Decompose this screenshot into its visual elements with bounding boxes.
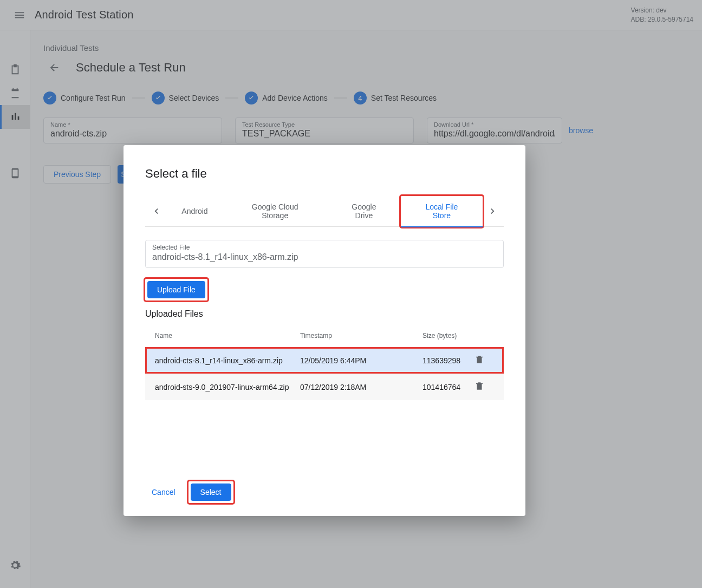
dialog-title: Select a file	[145, 167, 504, 181]
tabs-next-button[interactable]	[483, 200, 504, 222]
dialog-actions: Cancel Select	[145, 481, 504, 503]
tabs-prev-button[interactable]	[145, 200, 166, 222]
delete-file-button[interactable]	[474, 381, 484, 393]
delete-icon	[474, 355, 484, 364]
file-name-cell: android-sts-9.0_201907-linux-arm64.zip	[155, 383, 300, 391]
tab-drive[interactable]: Google Drive	[327, 196, 401, 226]
file-timestamp-cell: 07/12/2019 2:18AM	[300, 383, 422, 391]
col-header-name: Name	[155, 332, 300, 339]
file-name-cell: android-cts-8.1_r14-linux_x86-arm.zip	[155, 356, 300, 365]
col-header-timestamp: Timestamp	[300, 332, 422, 339]
chevron-left-icon	[151, 206, 161, 217]
field-label: Selected File	[152, 244, 497, 251]
select-file-dialog: Select a file Android Google Cloud Stora…	[123, 145, 525, 516]
tab-android[interactable]: Android	[166, 200, 223, 222]
file-size-cell: 113639298	[422, 356, 471, 365]
file-timestamp-cell: 12/05/2019 6:44PM	[300, 356, 422, 365]
file-source-tabs: Android Google Cloud Storage Google Driv…	[145, 196, 504, 227]
table-row[interactable]: android-cts-8.1_r14-linux_x86-arm.zip 12…	[145, 347, 504, 374]
col-header-size: Size (bytes)	[422, 332, 471, 339]
delete-icon	[474, 381, 484, 391]
file-size-cell: 101416764	[422, 383, 471, 391]
delete-file-button[interactable]	[474, 355, 484, 366]
uploaded-files-table: Name Timestamp Size (bytes) android-cts-…	[145, 324, 504, 400]
chevron-right-icon	[487, 206, 498, 217]
table-header-row: Name Timestamp Size (bytes)	[145, 324, 504, 347]
upload-file-button[interactable]: Upload File	[147, 281, 205, 298]
table-row[interactable]: android-sts-9.0_201907-linux-arm64.zip 0…	[145, 374, 504, 400]
select-button[interactable]: Select	[191, 484, 231, 501]
tab-gcs[interactable]: Google Cloud Storage	[223, 196, 327, 226]
tab-local-file-store[interactable]: Local File Store	[401, 196, 483, 227]
selected-file-value: android-cts-8.1_r14-linux_x86-arm.zip	[152, 252, 497, 262]
uploaded-files-heading: Uploaded Files	[145, 309, 504, 319]
cancel-button[interactable]: Cancel	[145, 484, 182, 501]
selected-file-field[interactable]: Selected File android-cts-8.1_r14-linux_…	[145, 240, 504, 268]
